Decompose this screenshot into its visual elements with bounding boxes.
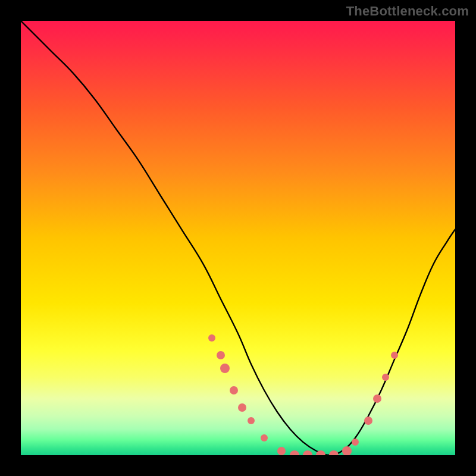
data-point	[277, 447, 286, 455]
data-point	[364, 416, 372, 425]
data-point	[248, 417, 255, 424]
data-point	[238, 403, 246, 412]
watermark-text: TheBottleneck.com	[346, 4, 469, 19]
data-point	[373, 394, 381, 403]
data-point	[230, 386, 238, 394]
data-point	[208, 334, 215, 342]
plot-area	[21, 21, 455, 455]
svg-rect-0	[21, 21, 455, 455]
gradient-background	[21, 21, 455, 455]
data-point	[261, 434, 268, 441]
data-point	[342, 446, 352, 455]
data-point	[382, 374, 389, 381]
data-point	[352, 439, 359, 446]
chart-frame: TheBottleneck.com	[0, 0, 476, 476]
data-point	[217, 351, 225, 359]
data-point	[220, 364, 230, 373]
data-point	[391, 352, 398, 359]
